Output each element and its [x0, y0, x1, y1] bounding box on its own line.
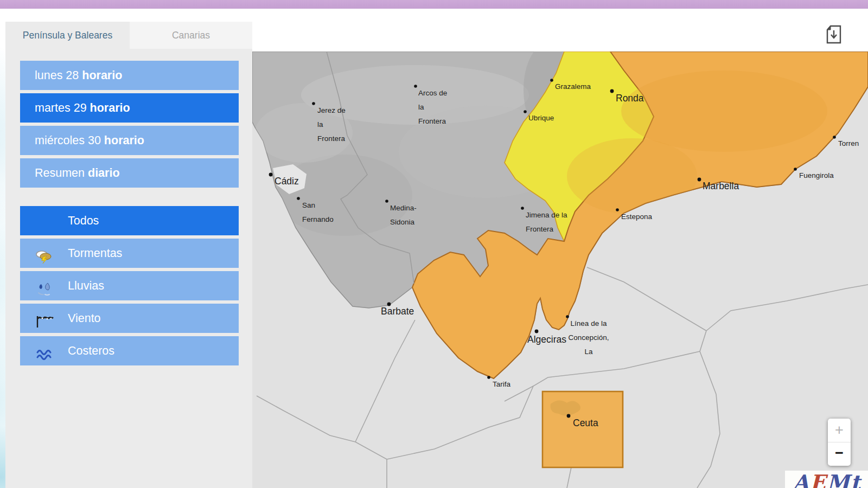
city-dot: [610, 89, 614, 93]
logo-letter: M: [827, 472, 850, 488]
aemet-logo: AEMt: [785, 471, 868, 488]
filter-button-todos[interactable]: Todos: [20, 206, 239, 235]
city-label: Ubrique: [528, 114, 554, 122]
tab-canarias[interactable]: Canarias: [130, 22, 252, 49]
day-button-lunes-28[interactable]: lunes 28 horario: [20, 61, 239, 90]
warning-map[interactable]: Jerez delaFronteraArcos delaFronteraCádi…: [252, 52, 868, 488]
city-dot: [567, 414, 571, 418]
city-dot: [698, 178, 701, 182]
waves-icon: [34, 344, 56, 359]
filter-label: Lluvias: [68, 271, 104, 300]
city-dot: [535, 330, 539, 333]
city-dot: [385, 200, 388, 203]
city-label: Marbella: [703, 181, 739, 191]
city-label: Tarifa: [493, 380, 511, 388]
download-icon: [826, 25, 842, 44]
wind-icon: [34, 311, 56, 326]
zoom-out-button[interactable]: −: [828, 442, 851, 466]
city-label: Fuengirola: [799, 171, 834, 179]
city-dot: [833, 136, 836, 139]
tab-peninsula[interactable]: Península y Baleares: [5, 22, 130, 49]
zoom-in-button[interactable]: +: [828, 419, 851, 442]
city-dot: [566, 315, 569, 318]
city-dot: [616, 208, 619, 211]
filter-label: Todos: [68, 206, 99, 235]
day-button-miercoles-30[interactable]: miércoles 30 horario: [20, 126, 239, 155]
city-label: Ceuta: [573, 418, 598, 428]
city-label: Cádiz: [275, 176, 299, 187]
city-label: Barbate: [381, 306, 414, 317]
storm-icon: [34, 246, 56, 261]
city-label: Algeciras: [527, 334, 566, 345]
filter-label: Tormentas: [68, 239, 122, 268]
filter-button-tormentas[interactable]: Tormentas: [20, 239, 239, 268]
city-dot: [487, 376, 490, 379]
aemet-warnings-page: { "header": { "accent_bar_color": "#c9a3…: [0, 0, 868, 488]
day-button-martes-29[interactable]: martes 29 horario: [20, 93, 239, 123]
city-dot: [524, 110, 527, 113]
rain-icon: [34, 279, 56, 294]
city-dot: [312, 102, 315, 105]
city-dot: [269, 173, 273, 177]
city-label: Ronda: [616, 93, 644, 104]
logo-letter: E: [810, 472, 826, 488]
city-dot: [521, 207, 524, 210]
city-label: Grazalema: [555, 82, 591, 91]
filter-label: Costeros: [68, 336, 114, 365]
map-canvas: Jerez delaFronteraArcos delaFronteraCádi…: [252, 52, 868, 488]
filter-button-lluvias[interactable]: Lluvias: [20, 271, 239, 300]
logo-letter: t: [851, 472, 860, 488]
map-zoom-control: + −: [828, 419, 851, 466]
city-dot: [414, 85, 417, 88]
city-label: Estepona: [621, 213, 653, 221]
ceuta-warning-square: [542, 391, 623, 467]
download-button[interactable]: [825, 24, 843, 46]
filter-button-viento[interactable]: Viento: [20, 304, 239, 333]
top-accent-bar: [0, 0, 868, 9]
filter-label: Viento: [68, 304, 101, 333]
city-label: Torren: [838, 139, 859, 147]
filter-button-costeros[interactable]: Costeros: [20, 336, 239, 365]
city-dot: [794, 168, 797, 171]
logo-letter: A: [793, 472, 808, 488]
city-dot: [297, 197, 300, 200]
day-button-resumen[interactable]: Resumen diario: [20, 158, 239, 188]
city-dot: [550, 79, 553, 82]
